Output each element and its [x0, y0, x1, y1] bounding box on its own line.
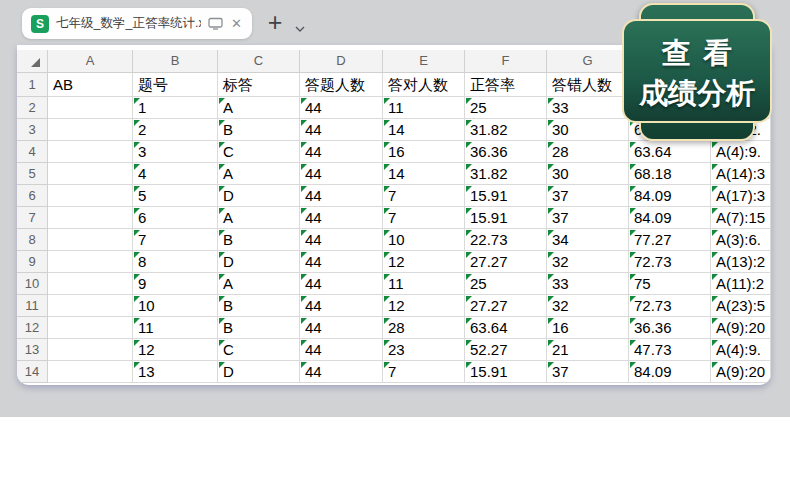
cell-D14[interactable]: 44: [300, 361, 383, 383]
cell-H5[interactable]: 68.18: [629, 163, 711, 185]
cell-A9[interactable]: [48, 251, 133, 273]
cell-H6[interactable]: 84.09: [629, 185, 711, 207]
cell-E1[interactable]: 答对人数: [383, 73, 465, 97]
cell-A6[interactable]: [48, 185, 133, 207]
select-all-corner[interactable]: [17, 50, 48, 73]
cell-E8[interactable]: 10: [383, 229, 465, 251]
cell-B3[interactable]: 2: [133, 119, 218, 141]
view-score-analysis-badge[interactable]: 查看 成绩分析: [622, 3, 772, 141]
cell-C12[interactable]: B: [218, 317, 300, 339]
cell-F6[interactable]: 15.91: [465, 185, 547, 207]
cell-C8[interactable]: B: [218, 229, 300, 251]
cell-F4[interactable]: 36.36: [465, 141, 547, 163]
cell-F3[interactable]: 31.82: [465, 119, 547, 141]
cell-B13[interactable]: 12: [133, 339, 218, 361]
cell-H7[interactable]: 84.09: [629, 207, 711, 229]
cell-H4[interactable]: 63.64: [629, 141, 711, 163]
cell-C7[interactable]: A: [218, 207, 300, 229]
cell-G4[interactable]: 28: [547, 141, 629, 163]
row-header-6[interactable]: 6: [17, 185, 48, 207]
cell-E6[interactable]: 7: [383, 185, 465, 207]
cell-A11[interactable]: [48, 295, 133, 317]
close-tab-icon[interactable]: ✕: [230, 16, 243, 31]
column-header-D[interactable]: D: [300, 50, 383, 73]
cell-H9[interactable]: 72.73: [629, 251, 711, 273]
cell-B5[interactable]: 4: [133, 163, 218, 185]
cell-H14[interactable]: 84.09: [629, 361, 711, 383]
cell-D3[interactable]: 44: [300, 119, 383, 141]
cell-E12[interactable]: 28: [383, 317, 465, 339]
row-header-10[interactable]: 10: [17, 273, 48, 295]
cell-E11[interactable]: 12: [383, 295, 465, 317]
cell-B7[interactable]: 6: [133, 207, 218, 229]
cell-I14[interactable]: A(9):20: [711, 361, 771, 383]
cell-B4[interactable]: 3: [133, 141, 218, 163]
cell-G11[interactable]: 32: [547, 295, 629, 317]
row-header-2[interactable]: 2: [17, 97, 48, 119]
cell-G10[interactable]: 33: [547, 273, 629, 295]
cell-D6[interactable]: 44: [300, 185, 383, 207]
cell-H13[interactable]: 47.73: [629, 339, 711, 361]
cell-H8[interactable]: 77.27: [629, 229, 711, 251]
cell-I11[interactable]: A(23):5: [711, 295, 771, 317]
cell-F9[interactable]: 27.27: [465, 251, 547, 273]
cell-A12[interactable]: [48, 317, 133, 339]
cell-D11[interactable]: 44: [300, 295, 383, 317]
row-header-8[interactable]: 8: [17, 229, 48, 251]
cell-I10[interactable]: A(11):2: [711, 273, 771, 295]
cell-C1[interactable]: 标答: [218, 73, 300, 97]
cell-B11[interactable]: 10: [133, 295, 218, 317]
cell-G3[interactable]: 30: [547, 119, 629, 141]
cell-E14[interactable]: 7: [383, 361, 465, 383]
cell-A3[interactable]: [48, 119, 133, 141]
cell-C3[interactable]: B: [218, 119, 300, 141]
cell-B1[interactable]: 题号: [133, 73, 218, 97]
column-header-C[interactable]: C: [218, 50, 300, 73]
cell-D9[interactable]: 44: [300, 251, 383, 273]
cell-C11[interactable]: B: [218, 295, 300, 317]
cell-G13[interactable]: 21: [547, 339, 629, 361]
cell-E4[interactable]: 16: [383, 141, 465, 163]
cell-A5[interactable]: [48, 163, 133, 185]
cell-B14[interactable]: 13: [133, 361, 218, 383]
cell-D10[interactable]: 44: [300, 273, 383, 295]
document-tab[interactable]: S 七年级_数学_正答率统计.xls ✕: [22, 8, 252, 39]
cell-D4[interactable]: 44: [300, 141, 383, 163]
cell-I8[interactable]: A(3):6.: [711, 229, 771, 251]
cell-E13[interactable]: 23: [383, 339, 465, 361]
cell-I5[interactable]: A(14):3: [711, 163, 771, 185]
column-header-A[interactable]: A: [48, 50, 133, 73]
cell-D2[interactable]: 44: [300, 97, 383, 119]
cell-F10[interactable]: 25: [465, 273, 547, 295]
cell-A7[interactable]: [48, 207, 133, 229]
cell-C6[interactable]: D: [218, 185, 300, 207]
cell-E5[interactable]: 14: [383, 163, 465, 185]
cell-G5[interactable]: 30: [547, 163, 629, 185]
cell-G2[interactable]: 33: [547, 97, 629, 119]
cell-G9[interactable]: 32: [547, 251, 629, 273]
cell-D8[interactable]: 44: [300, 229, 383, 251]
cell-A14[interactable]: [48, 361, 133, 383]
cell-G1[interactable]: 答错人数: [547, 73, 629, 97]
cell-B12[interactable]: 11: [133, 317, 218, 339]
cell-G8[interactable]: 34: [547, 229, 629, 251]
cell-F7[interactable]: 15.91: [465, 207, 547, 229]
cell-G12[interactable]: 16: [547, 317, 629, 339]
row-header-3[interactable]: 3: [17, 119, 48, 141]
cell-A1[interactable]: AB: [48, 73, 133, 97]
row-header-13[interactable]: 13: [17, 339, 48, 361]
new-tab-button[interactable]: +: [262, 9, 288, 37]
cell-D1[interactable]: 答题人数: [300, 73, 383, 97]
cell-G6[interactable]: 37: [547, 185, 629, 207]
cell-C4[interactable]: C: [218, 141, 300, 163]
cell-D13[interactable]: 44: [300, 339, 383, 361]
row-header-12[interactable]: 12: [17, 317, 48, 339]
row-header-4[interactable]: 4: [17, 141, 48, 163]
cell-H11[interactable]: 72.73: [629, 295, 711, 317]
cell-C10[interactable]: A: [218, 273, 300, 295]
row-header-5[interactable]: 5: [17, 163, 48, 185]
cell-B10[interactable]: 9: [133, 273, 218, 295]
cell-F2[interactable]: 25: [465, 97, 547, 119]
cell-I12[interactable]: A(9):20: [711, 317, 771, 339]
cell-C5[interactable]: A: [218, 163, 300, 185]
